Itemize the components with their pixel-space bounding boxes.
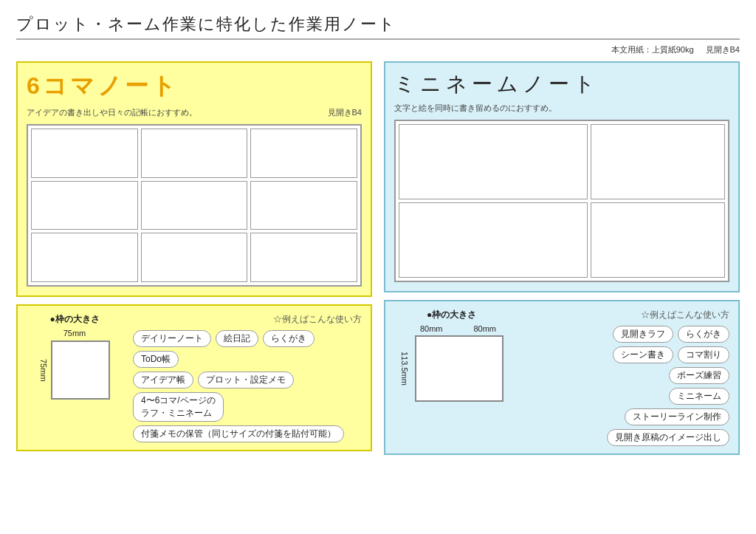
- grid-cell-9: [250, 233, 357, 282]
- mini-name-description: 文字と絵を同時に書き留めるのにおすすめ。: [394, 103, 557, 114]
- tag-daily-note: デイリーノート: [133, 330, 211, 347]
- left-usage-title: ☆例えばこんな使い方: [133, 313, 362, 326]
- left-usage-grid: デイリーノート 絵日記 らくがき ToDo帳 アイデア帳 プロット・設定メモ 4…: [133, 330, 362, 442]
- right-usage-section: ☆例えばこんな使い方 見開きラフ らくがき シーン書き コマ割り ポーズ練習 ミ…: [519, 309, 729, 446]
- right-frame-rect: [415, 335, 504, 402]
- tag-story-line: ストーリーライン制作: [625, 408, 729, 425]
- six-koma-description: アイデアの書き出しや日々の記帳におすすめ。: [27, 107, 197, 118]
- tag-mini-name: ミニネーム: [669, 388, 729, 405]
- usage-row-2: ToDo帳: [133, 351, 362, 368]
- usage-row-1: デイリーノート 絵日記 らくがき: [133, 330, 362, 347]
- left-column: 6コマノート アイデアの書き出しや日々の記帳におすすめ。 見開きB4 ●枠の大き…: [16, 61, 372, 455]
- grid-cell-5: [141, 181, 248, 230]
- tag-todo: ToDo帳: [133, 351, 179, 368]
- tag-koma-wari: コマ割り: [678, 346, 729, 363]
- grid-cell-2: [141, 129, 248, 178]
- usage-row-4: 4〜6コマ/ページのラフ・ミニネーム: [133, 392, 362, 422]
- grid-cell-8: [141, 233, 248, 282]
- six-koma-notebook-box: 6コマノート アイデアの書き出しや日々の記帳におすすめ。 見開きB4: [16, 61, 372, 297]
- mini-grid-cell-3: [399, 202, 588, 278]
- tag-rough-mini: 4〜6コマ/ページのラフ・ミニネーム: [133, 392, 224, 422]
- left-frame-section-title: ●枠の大きさ: [49, 313, 99, 326]
- six-koma-grid: [27, 124, 362, 287]
- right-usage-row-2: シーン書き コマ割り: [519, 346, 729, 363]
- grid-cell-7: [31, 233, 138, 282]
- left-usage-section: ☆例えばこんな使い方 デイリーノート 絵日記 らくがき ToDo帳 アイデア帳 …: [133, 313, 362, 442]
- right-usage-grid: 見開きラフ らくがき シーン書き コマ割り ポーズ練習 ミニネーム ストーリーラ: [519, 326, 729, 446]
- right-usage-row-5: ストーリーライン制作: [519, 408, 729, 425]
- grid-cell-3: [250, 129, 357, 178]
- left-frame-rect: [51, 340, 110, 400]
- size-label: 見開きB4: [706, 44, 740, 55]
- right-usage-row-4: ミニネーム: [519, 388, 729, 405]
- tag-scene-writing: シーン書き: [613, 346, 673, 363]
- page-title: プロット・ネーム作業に特化した作業用ノート: [16, 13, 740, 40]
- right-usage-row-1: 見開きラフ らくがき: [519, 326, 729, 343]
- mini-grid-cell-1: [399, 124, 588, 199]
- tag-rakugaki-2: らくがき: [678, 326, 729, 343]
- usage-row-3: アイデア帳 プロット・設定メモ: [133, 372, 362, 388]
- grid-cell-6: [250, 181, 357, 230]
- usage-row-5: 付箋メモの保管（同じサイズの付箋を貼付可能）: [133, 425, 362, 442]
- right-frame-height-label: 113.5mm: [400, 352, 409, 386]
- right-frame-section-title: ●枠の大きさ: [427, 309, 476, 321]
- grid-cell-1: [31, 129, 138, 178]
- six-koma-size-note: 見開きB4: [328, 107, 362, 118]
- right-usage-title: ☆例えばこんな使い方: [519, 309, 729, 321]
- right-usage-row-3: ポーズ練習: [519, 367, 729, 384]
- left-frame-info-box: ●枠の大きさ 75mm 75mm ☆例えばこんな使い方 デイリーノート 絵日記 …: [16, 304, 372, 451]
- tag-idea: アイデア帳: [133, 372, 193, 388]
- right-column: ミニネームノート 文字と絵を同時に書き留めるのにおすすめ。 ●枠の大きさ 80m…: [384, 61, 740, 455]
- right-usage-row-6: 見開き原稿のイメージ出し: [519, 429, 729, 446]
- tag-sticky: 付箋メモの保管（同じサイズの付箋を貼付可能）: [133, 425, 344, 442]
- right-frame-width-label2: 80mm: [473, 324, 496, 333]
- paper-type: 本文用紙：上質紙90kg: [611, 44, 694, 55]
- mini-name-notebook-box: ミニネームノート 文字と絵を同時に書き留めるのにおすすめ。: [384, 61, 740, 292]
- mini-name-grid: [394, 120, 729, 282]
- six-koma-title: 6コマノート: [27, 70, 362, 103]
- tag-diary: 絵日記: [216, 330, 258, 347]
- right-frame-info-box: ●枠の大きさ 80mm 80mm 113.5mm ☆例えばこんな使い方 見開きラ…: [384, 300, 740, 455]
- tag-plot-memo: プロット・設定メモ: [198, 372, 294, 388]
- right-frame-diagram: ●枠の大きさ 80mm 80mm 113.5mm: [394, 309, 509, 402]
- tag-hiraki-image: 見開き原稿のイメージ出し: [607, 429, 729, 446]
- mini-name-title: ミニネームノート: [394, 70, 729, 98]
- tag-rakugaki-1: らくがき: [263, 330, 315, 347]
- grid-cell-4: [31, 181, 138, 230]
- right-frame-width-label1: 80mm: [420, 324, 443, 333]
- mini-grid-cell-2: [591, 124, 726, 199]
- left-frame-diagram: ●枠の大きさ 75mm 75mm: [27, 313, 123, 400]
- left-frame-width-label: 75mm: [63, 329, 86, 338]
- tag-pose-practice: ポーズ練習: [669, 367, 729, 384]
- tag-hiraki-rough: 見開きラフ: [613, 326, 673, 343]
- left-frame-height-label: 75mm: [39, 359, 48, 382]
- mini-grid-cell-4: [591, 202, 726, 278]
